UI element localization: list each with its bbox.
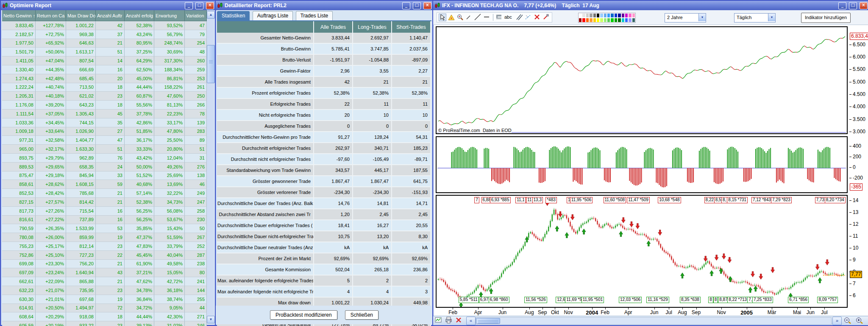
- trendline-tool-icon[interactable]: [474, 14, 482, 21]
- snapshot-icon[interactable]: [435, 317, 443, 324]
- segment-tool-icon[interactable]: [465, 14, 473, 21]
- scroll-down-button[interactable]: ▼: [207, 316, 215, 323]
- statistics-row[interactable]: Prozent erfolgreicher Trades52,38%52,38%…: [217, 88, 431, 99]
- statistics-row[interactable]: Ausgeglichene Trades000: [217, 121, 431, 132]
- optimizer-column-header[interactable]: Max Draw Do: [66, 10, 96, 21]
- optimizer-row[interactable]: 1.205,31+40,18%621,022360,87%47,60%250: [2, 92, 207, 101]
- optimizer-titlebar[interactable]: Optimiere Report _ □ ×: [1, 1, 215, 10]
- horizontal-scrollbar[interactable]: [476, 317, 832, 325]
- color-swatch[interactable]: [621, 13, 625, 18]
- optimizer-row[interactable]: 977,31+32,58%1.404,774736,17%25,50%89: [2, 136, 207, 145]
- color-swatch[interactable]: [628, 18, 632, 22]
- parallel-lines-tool-icon[interactable]: [516, 14, 523, 21]
- color-swatch[interactable]: [625, 13, 628, 18]
- minimize-button[interactable]: _: [185, 2, 193, 9]
- statistics-row[interactable]: Gesamte Kommission502,04265,18236,86: [217, 264, 431, 275]
- probacktest-modify-button[interactable]: ProBacktest modifizieren: [270, 310, 337, 320]
- statistics-row[interactable]: Durchschnittliche Dauer nicht-erfolgreic…: [217, 231, 431, 242]
- scroll-left-button[interactable]: «: [466, 317, 476, 325]
- optimizer-row[interactable]: 697,09+23,24%1.640,944337,21%15,05%80: [2, 268, 207, 277]
- optimizer-row[interactable]: 889,53+29,65%658,352450,00%49,26%276: [2, 163, 207, 171]
- color-swatch[interactable]: [596, 18, 600, 22]
- statistics-row[interactable]: Alle Trades insgesamt422121: [217, 77, 431, 88]
- statistics-row[interactable]: Grösster gewonnener Trade1.867,471.867,4…: [217, 176, 431, 187]
- delete-drawing-tool-icon[interactable]: [534, 14, 541, 21]
- scroll-right-button[interactable]: »: [832, 317, 842, 325]
- statistics-row[interactable]: Erfolgreiche Trades221111: [217, 99, 431, 110]
- color-swatch[interactable]: [604, 13, 607, 18]
- color-swatch[interactable]: [618, 13, 621, 18]
- tab-statistiken[interactable]: Statistiken: [217, 11, 250, 20]
- optimizer-row[interactable]: 852,53+28,42%785,682157,14%32,22%249: [2, 189, 207, 198]
- optimizer-row[interactable]: 2.182,57+72,75%969,383743,24%56,79%79: [2, 30, 207, 39]
- optimizer-row[interactable]: 608,64+20,29%918,081844,44%42,30%271: [2, 312, 207, 321]
- optimizer-row[interactable]: 816,61+27,22%737,891656,25%53,67%230: [2, 216, 207, 225]
- optimizer-row[interactable]: 752,86+25,10%727,232245,45%40,04%287: [2, 251, 207, 260]
- statistics-row[interactable]: Brutto-Gewinn5.785,413.747,852.037,56: [217, 44, 431, 55]
- color-swatch[interactable]: [593, 18, 596, 22]
- optimizer-row[interactable]: 893,75+29,79%962,897643,42%12,04%31: [2, 154, 207, 163]
- optimizer-column-header[interactable]: Variation: [185, 10, 207, 21]
- alert-tool-icon[interactable]: [448, 14, 455, 21]
- color-swatch[interactable]: [614, 13, 618, 18]
- scrollbar-thumb[interactable]: [207, 45, 215, 83]
- color-swatch[interactable]: [621, 18, 625, 22]
- statistics-row[interactable]: Durchschnittliche Dauer der Trades (Anz.…: [217, 198, 431, 209]
- optimizer-row[interactable]: 630,30+21,01%697,681936,84%38,74%255: [2, 295, 207, 304]
- color-swatch[interactable]: [586, 13, 589, 18]
- optimizer-row[interactable]: 1.330,40+44,35%666,691662,50%188,34%259: [2, 65, 207, 74]
- statistics-row[interactable]: Nicht erfolgreiche Trades201010: [217, 110, 431, 121]
- color-swatch[interactable]: [614, 18, 618, 22]
- color-swatch[interactable]: [582, 13, 585, 18]
- color-swatch[interactable]: [586, 18, 589, 22]
- color-swatch[interactable]: [632, 13, 635, 18]
- statistics-row[interactable]: Durchschnittliche Dauer neutraler Trades…: [217, 242, 431, 253]
- color-swatch[interactable]: [600, 13, 603, 18]
- timeframe-select[interactable]: Täglich ▼: [734, 13, 776, 22]
- restore-button[interactable]: □: [849, 2, 857, 9]
- color-swatch[interactable]: [628, 13, 632, 18]
- horizontal-line-tool-icon[interactable]: [483, 14, 491, 21]
- zoom-out-icon[interactable]: [843, 317, 852, 324]
- pointer-tool-icon[interactable]: [439, 14, 446, 21]
- statistics-row[interactable]: Max aufeinander folgende nicht erfolgrei…: [217, 287, 431, 298]
- optimizer-column-header[interactable]: Return on Ca: [36, 10, 66, 21]
- statistics-row[interactable]: Grösster verlorener Trade-234,30-234,30-…: [217, 187, 431, 198]
- optimizer-row[interactable]: 699,08+23,30%756,202161,90%49,58%238: [2, 260, 207, 269]
- optimizer-row[interactable]: 3.833,45+127,78%1.001,224252,38%93,52%47: [2, 21, 207, 30]
- chevron-down-icon[interactable]: ▼: [698, 14, 706, 21]
- statistics-row[interactable]: Durchschnittliche Dauer erfolgreicher Tr…: [217, 220, 431, 231]
- optimizer-row[interactable]: 1.033,36+34,45%744,153542,86%33,17%139: [2, 118, 207, 127]
- price-chart[interactable]: 76,886,93 *88511,11113,3*483111,95 *5061…: [436, 195, 848, 308]
- close-button[interactable]: ×: [860, 2, 868, 9]
- optimizer-row[interactable]: 632,23+21,07%735,952334,78%36,18%144: [2, 286, 207, 295]
- minimize-button[interactable]: _: [402, 2, 410, 9]
- optimizer-row[interactable]: 1.009,18+33,64%1.026,902751,85%47,80%283: [2, 127, 207, 136]
- optimizer-row[interactable]: 875,47+29,18%845,943351,52%25,69%138: [2, 171, 207, 180]
- color-swatch[interactable]: [618, 18, 621, 22]
- color-swatch[interactable]: [607, 13, 610, 18]
- color-swatch[interactable]: [625, 18, 628, 22]
- color-swatch[interactable]: [600, 18, 603, 22]
- tab-auftrags-liste[interactable]: Auftrags Liste: [253, 11, 293, 20]
- optimizer-row[interactable]: 605,59+20,19%933,222339,13%31,02%246: [2, 321, 207, 326]
- optimizer-row[interactable]: 965,00+32,17%1.633,305133,33%20,80%51: [2, 145, 207, 154]
- quote-list-tool-icon[interactable]: [495, 14, 503, 21]
- statistics-row[interactable]: Brutto-Verlust-1.951,97-1.054,88-897,09: [217, 55, 431, 66]
- color-swatch[interactable]: [582, 18, 585, 22]
- color-swatch[interactable]: [593, 13, 596, 18]
- color-swatch[interactable]: [604, 18, 607, 22]
- equity-chart[interactable]: © ProRealTime.com Daten in EOD: [436, 26, 848, 134]
- scroll-up-button[interactable]: ▲: [207, 11, 215, 19]
- report-titlebar[interactable]: Detaillierter Report: PRL2 _ □ ×: [216, 1, 433, 10]
- optimizer-row[interactable]: 1.274,43+42,48%685,452045,00%86,81%253: [2, 74, 207, 83]
- period-select[interactable]: 2 Jahre ▼: [665, 13, 706, 22]
- maximize-button[interactable]: □: [413, 2, 421, 9]
- statistics-row[interactable]: Max. aufeinander folgende erfolgreiche T…: [217, 275, 431, 287]
- optimizer-row[interactable]: 817,73+27,26%715,541656,25%56,08%258: [2, 207, 207, 216]
- maximize-button[interactable]: □: [195, 2, 203, 9]
- close-button[interactable]: ×: [206, 2, 214, 9]
- zoom-tool-icon[interactable]: [456, 14, 464, 21]
- color-swatch[interactable]: [579, 18, 582, 22]
- optimizer-column-header[interactable]: Erwartung: [154, 10, 185, 21]
